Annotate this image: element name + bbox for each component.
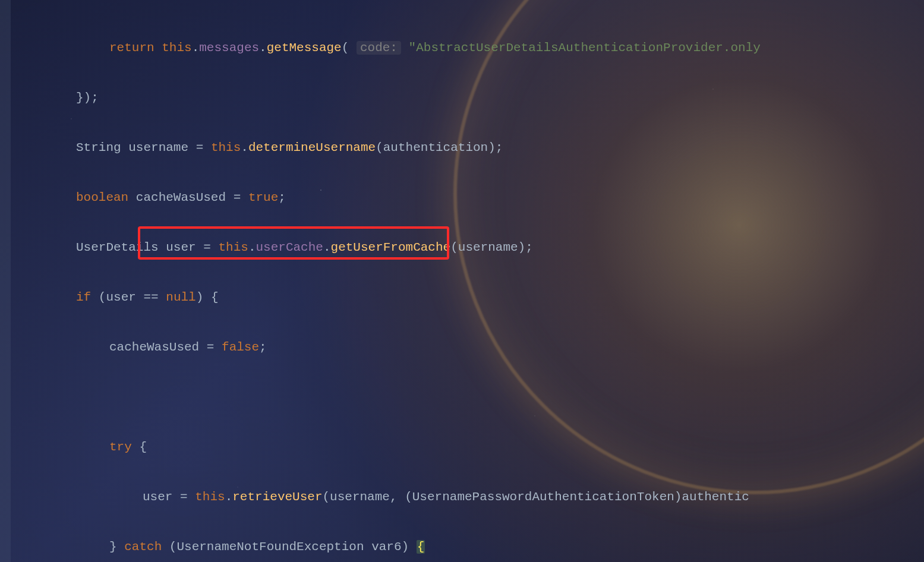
brace-open-highlight: { (417, 540, 425, 554)
param-hint: code: (357, 41, 401, 55)
code-line[interactable]: }); (76, 86, 924, 110)
code-line[interactable]: String username = this.determineUsername… (76, 135, 924, 160)
code-line[interactable]: UserDetails user = this.userCache.getUse… (76, 235, 924, 260)
code-line[interactable]: boolean cacheWasUsed = true; (76, 185, 924, 210)
code-line-blank[interactable] (76, 385, 924, 410)
code-line[interactable]: try { (76, 435, 924, 460)
code-line[interactable]: if (user == null) { (76, 285, 924, 310)
code-line[interactable]: return this.messages.getMessage( code: "… (76, 36, 924, 61)
code-editor[interactable]: return this.messages.getMessage( code: "… (0, 0, 924, 562)
code-line[interactable]: cacheWasUsed = false; (76, 335, 924, 360)
code-line-highlighted[interactable]: user = this.retrieveUser(username, (User… (76, 485, 924, 510)
code-line[interactable]: } catch (UsernameNotFoundException var6)… (76, 535, 924, 560)
